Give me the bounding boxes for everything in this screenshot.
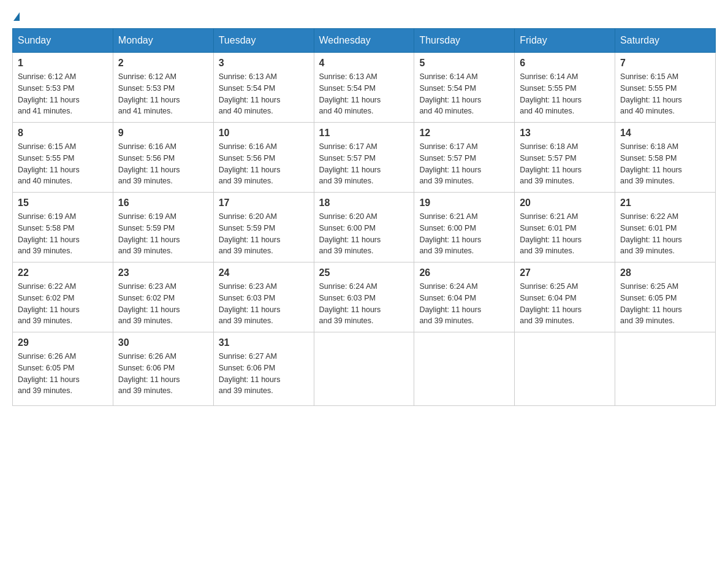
day-number: 11 (319, 128, 409, 139)
day-info: Sunrise: 6:19 AMSunset: 5:59 PMDaylight:… (118, 212, 180, 255)
calendar-cell: 24 Sunrise: 6:23 AMSunset: 6:03 PMDaylig… (213, 262, 314, 332)
day-number: 10 (219, 128, 309, 139)
day-info: Sunrise: 6:12 AMSunset: 5:53 PMDaylight:… (18, 72, 80, 115)
day-number: 5 (419, 58, 509, 69)
day-number: 14 (620, 128, 710, 139)
calendar-header-row: SundayMondayTuesdayWednesdayThursdayFrid… (13, 29, 716, 53)
day-number: 30 (118, 337, 208, 348)
calendar-cell: 26 Sunrise: 6:24 AMSunset: 6:04 PMDaylig… (414, 262, 515, 332)
calendar-cell: 8 Sunrise: 6:15 AMSunset: 5:55 PMDayligh… (13, 123, 113, 193)
calendar-cell: 28 Sunrise: 6:25 AMSunset: 6:05 PMDaylig… (615, 262, 716, 332)
logo (12, 12, 20, 16)
day-number: 9 (118, 128, 208, 139)
day-info: Sunrise: 6:23 AMSunset: 6:03 PMDaylight:… (219, 282, 281, 325)
calendar-cell: 22 Sunrise: 6:22 AMSunset: 6:02 PMDaylig… (13, 262, 113, 332)
day-number: 8 (18, 128, 108, 139)
day-number: 2 (118, 58, 208, 69)
day-info: Sunrise: 6:23 AMSunset: 6:02 PMDaylight:… (118, 282, 180, 325)
day-info: Sunrise: 6:15 AMSunset: 5:55 PMDaylight:… (18, 142, 80, 185)
calendar-cell: 7 Sunrise: 6:15 AMSunset: 5:55 PMDayligh… (615, 53, 716, 123)
calendar-cell: 15 Sunrise: 6:19 AMSunset: 5:58 PMDaylig… (13, 193, 113, 262)
calendar-week-3: 15 Sunrise: 6:19 AMSunset: 5:58 PMDaylig… (13, 193, 716, 262)
day-info: Sunrise: 6:20 AMSunset: 6:00 PMDaylight:… (319, 212, 381, 255)
day-info: Sunrise: 6:14 AMSunset: 5:54 PMDaylight:… (419, 72, 481, 115)
day-info: Sunrise: 6:24 AMSunset: 6:04 PMDaylight:… (419, 282, 481, 325)
calendar-cell: 9 Sunrise: 6:16 AMSunset: 5:56 PMDayligh… (113, 123, 213, 193)
day-info: Sunrise: 6:16 AMSunset: 5:56 PMDaylight:… (219, 142, 281, 185)
day-number: 22 (18, 267, 108, 278)
day-number: 17 (219, 197, 309, 209)
calendar-cell: 31 Sunrise: 6:27 AMSunset: 6:06 PMDaylig… (213, 332, 314, 406)
day-number: 16 (118, 197, 208, 209)
calendar-cell: 12 Sunrise: 6:17 AMSunset: 5:57 PMDaylig… (414, 123, 515, 193)
calendar-cell (314, 332, 414, 406)
day-number: 15 (18, 197, 108, 209)
day-info: Sunrise: 6:18 AMSunset: 5:57 PMDaylight:… (520, 142, 582, 185)
day-info: Sunrise: 6:18 AMSunset: 5:58 PMDaylight:… (620, 142, 682, 185)
day-number: 21 (620, 197, 710, 209)
day-number: 26 (419, 267, 509, 278)
day-number: 20 (520, 197, 610, 209)
day-number: 7 (620, 58, 710, 69)
day-info: Sunrise: 6:13 AMSunset: 5:54 PMDaylight:… (219, 72, 281, 115)
day-info: Sunrise: 6:13 AMSunset: 5:54 PMDaylight:… (319, 72, 381, 115)
day-info: Sunrise: 6:21 AMSunset: 6:01 PMDaylight:… (520, 212, 582, 255)
day-info: Sunrise: 6:16 AMSunset: 5:56 PMDaylight:… (118, 142, 180, 185)
calendar-cell: 23 Sunrise: 6:23 AMSunset: 6:02 PMDaylig… (113, 262, 213, 332)
day-number: 31 (219, 337, 309, 348)
day-number: 27 (520, 267, 610, 278)
header-tuesday: Tuesday (213, 29, 314, 53)
calendar-cell: 10 Sunrise: 6:16 AMSunset: 5:56 PMDaylig… (213, 123, 314, 193)
day-number: 29 (18, 337, 108, 348)
calendar-cell: 5 Sunrise: 6:14 AMSunset: 5:54 PMDayligh… (414, 53, 515, 123)
day-info: Sunrise: 6:21 AMSunset: 6:00 PMDaylight:… (419, 212, 481, 255)
day-number: 23 (118, 267, 208, 278)
day-info: Sunrise: 6:20 AMSunset: 5:59 PMDaylight:… (219, 212, 281, 255)
day-number: 28 (620, 267, 710, 278)
day-number: 4 (319, 58, 409, 69)
calendar-cell: 1 Sunrise: 6:12 AMSunset: 5:53 PMDayligh… (13, 53, 113, 123)
header (12, 12, 716, 16)
day-info: Sunrise: 6:27 AMSunset: 6:06 PMDaylight:… (219, 352, 281, 395)
logo-triangle-icon (13, 12, 20, 21)
calendar-cell: 6 Sunrise: 6:14 AMSunset: 5:55 PMDayligh… (515, 53, 615, 123)
day-info: Sunrise: 6:22 AMSunset: 6:02 PMDaylight:… (18, 282, 80, 325)
header-saturday: Saturday (615, 29, 716, 53)
calendar-cell: 3 Sunrise: 6:13 AMSunset: 5:54 PMDayligh… (213, 53, 314, 123)
calendar-cell: 13 Sunrise: 6:18 AMSunset: 5:57 PMDaylig… (515, 123, 615, 193)
day-info: Sunrise: 6:25 AMSunset: 6:04 PMDaylight:… (520, 282, 582, 325)
day-info: Sunrise: 6:24 AMSunset: 6:03 PMDaylight:… (319, 282, 381, 325)
calendar-cell: 16 Sunrise: 6:19 AMSunset: 5:59 PMDaylig… (113, 193, 213, 262)
calendar-cell: 20 Sunrise: 6:21 AMSunset: 6:01 PMDaylig… (515, 193, 615, 262)
day-number: 12 (419, 128, 509, 139)
calendar-cell (414, 332, 515, 406)
header-monday: Monday (113, 29, 213, 53)
day-info: Sunrise: 6:17 AMSunset: 5:57 PMDaylight:… (419, 142, 481, 185)
header-friday: Friday (515, 29, 615, 53)
calendar-cell: 4 Sunrise: 6:13 AMSunset: 5:54 PMDayligh… (314, 53, 414, 123)
day-number: 18 (319, 197, 409, 209)
calendar-cell: 21 Sunrise: 6:22 AMSunset: 6:01 PMDaylig… (615, 193, 716, 262)
calendar-cell: 29 Sunrise: 6:26 AMSunset: 6:05 PMDaylig… (13, 332, 113, 406)
calendar-week-1: 1 Sunrise: 6:12 AMSunset: 5:53 PMDayligh… (13, 53, 716, 123)
calendar-cell: 2 Sunrise: 6:12 AMSunset: 5:53 PMDayligh… (113, 53, 213, 123)
calendar-cell: 14 Sunrise: 6:18 AMSunset: 5:58 PMDaylig… (615, 123, 716, 193)
day-info: Sunrise: 6:12 AMSunset: 5:53 PMDaylight:… (118, 72, 180, 115)
calendar-cell: 18 Sunrise: 6:20 AMSunset: 6:00 PMDaylig… (314, 193, 414, 262)
day-info: Sunrise: 6:26 AMSunset: 6:05 PMDaylight:… (18, 352, 80, 395)
calendar-table: SundayMondayTuesdayWednesdayThursdayFrid… (12, 28, 716, 406)
day-info: Sunrise: 6:25 AMSunset: 6:05 PMDaylight:… (620, 282, 682, 325)
day-number: 13 (520, 128, 610, 139)
day-info: Sunrise: 6:15 AMSunset: 5:55 PMDaylight:… (620, 72, 682, 115)
calendar-week-2: 8 Sunrise: 6:15 AMSunset: 5:55 PMDayligh… (13, 123, 716, 193)
day-number: 1 (18, 58, 108, 69)
day-info: Sunrise: 6:22 AMSunset: 6:01 PMDaylight:… (620, 212, 682, 255)
day-number: 24 (219, 267, 309, 278)
day-number: 3 (219, 58, 309, 69)
calendar-cell: 17 Sunrise: 6:20 AMSunset: 5:59 PMDaylig… (213, 193, 314, 262)
day-number: 19 (419, 197, 509, 209)
calendar-week-4: 22 Sunrise: 6:22 AMSunset: 6:02 PMDaylig… (13, 262, 716, 332)
calendar-cell: 11 Sunrise: 6:17 AMSunset: 5:57 PMDaylig… (314, 123, 414, 193)
calendar-cell: 30 Sunrise: 6:26 AMSunset: 6:06 PMDaylig… (113, 332, 213, 406)
header-wednesday: Wednesday (314, 29, 414, 53)
